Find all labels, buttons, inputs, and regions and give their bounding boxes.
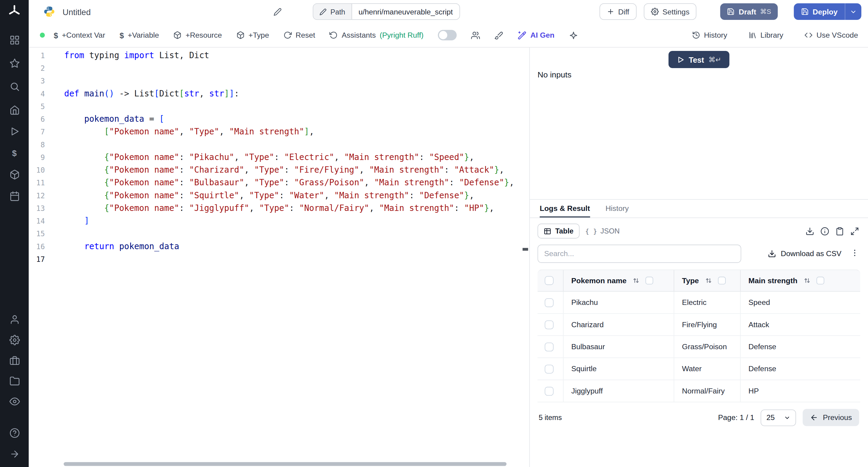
code-line[interactable]: ]	[64, 215, 514, 227]
windmill-logo-icon[interactable]	[8, 4, 21, 18]
code-line[interactable]	[64, 253, 514, 266]
draft-shortcut: ⌘S	[760, 8, 771, 15]
code-line[interactable]	[64, 138, 514, 151]
search-icon[interactable]	[9, 81, 20, 92]
tab-logs-result[interactable]: Logs & Result	[540, 200, 590, 218]
page-size-select[interactable]: 25	[761, 409, 797, 426]
code-line[interactable]: pokemon_data = [	[64, 113, 514, 126]
previous-page-button[interactable]: Previous	[803, 409, 859, 426]
copy-result-icon[interactable]	[835, 226, 844, 235]
collapse-sidebar-icon[interactable]	[9, 448, 20, 460]
sort-icon[interactable]	[803, 277, 811, 284]
favorites-icon[interactable]	[9, 58, 20, 69]
code-line[interactable]: {"Pokemon name": "Jigglypuff", "Type": "…	[64, 202, 514, 215]
audit-logs-icon[interactable]	[9, 396, 20, 407]
add-context-var-button[interactable]: $ +Context Var	[54, 31, 105, 39]
column-checkbox[interactable]	[718, 277, 725, 284]
multiplayer-icon[interactable]	[471, 31, 480, 39]
code-line[interactable]: {"Pokemon name": "Pikachu", "Type": "Ele…	[64, 151, 514, 164]
add-type-button[interactable]: +Type	[236, 31, 269, 39]
table-row[interactable]: CharizardFire/FlyingAttack	[537, 314, 860, 336]
table-row[interactable]: SquirtleWaterDefense	[537, 358, 860, 380]
settings-gear-icon[interactable]	[9, 334, 20, 345]
code-line[interactable]	[64, 227, 514, 240]
code-lines[interactable]: from typing import List, Dict def main()…	[51, 49, 514, 467]
code-line[interactable]: ["Pokemon name", "Type", "Main strength"…	[64, 126, 514, 138]
table-menu-button[interactable]	[850, 249, 859, 259]
deploy-button[interactable]: Deploy	[794, 3, 845, 20]
chevron-down-icon	[784, 414, 791, 421]
code-line[interactable]: from typing import List, Dict	[64, 49, 514, 62]
code-line[interactable]: {"Pokemon name": "Squirtle", "Type": "Wa…	[64, 189, 514, 202]
line-number: 3	[29, 75, 45, 87]
use-vscode-button[interactable]: Use VScode	[804, 31, 858, 39]
column-checkbox[interactable]	[645, 277, 653, 284]
sort-icon[interactable]	[632, 277, 640, 284]
deploy-dropdown-button[interactable]	[845, 3, 861, 20]
variables-icon[interactable]: $	[9, 147, 20, 158]
gear-icon	[651, 8, 658, 15]
ai-gen-button[interactable]: AI Gen	[518, 31, 555, 39]
account-icon[interactable]	[9, 314, 20, 325]
schedules-icon[interactable]	[9, 190, 20, 201]
table-row[interactable]: JigglypuffNormal/FairyHP	[537, 380, 860, 402]
history-button[interactable]: History	[692, 31, 727, 39]
status-dot	[40, 33, 45, 38]
settings-button[interactable]: Settings	[644, 3, 697, 20]
row-checkbox[interactable]	[545, 298, 553, 307]
code-line[interactable]	[64, 100, 514, 113]
runs-icon[interactable]	[9, 126, 20, 137]
reset-button[interactable]: Reset	[283, 31, 315, 39]
table-header: Pokemon name Type Main strength	[537, 269, 860, 291]
test-button[interactable]: Test ⌘↵	[668, 51, 730, 68]
code-line[interactable]	[64, 62, 514, 75]
resources-icon[interactable]	[9, 169, 20, 180]
add-resource-button[interactable]: +Resource	[173, 31, 222, 39]
code-line[interactable]: def main() -> List[Dict[str, str]]:	[64, 87, 514, 100]
workers-icon[interactable]	[9, 354, 20, 366]
assistants-toggle[interactable]	[438, 30, 457, 40]
format-brush-icon[interactable]	[494, 31, 503, 39]
library-button[interactable]: Library	[748, 31, 783, 39]
download-csv-button[interactable]: Download as CSV	[768, 249, 841, 258]
view-table-button[interactable]: Table	[537, 223, 580, 239]
code-line[interactable]	[64, 75, 514, 87]
home-icon[interactable]	[9, 104, 20, 115]
edit-title-pencil-icon[interactable]	[273, 7, 282, 16]
row-checkbox[interactable]	[545, 342, 553, 351]
rotate-ccw-icon	[330, 31, 338, 39]
deploy-button-group: Deploy	[794, 3, 861, 20]
apps-icon[interactable]	[9, 34, 20, 45]
table-row[interactable]: BulbasaurGrass/PoisonDefense	[537, 336, 860, 358]
table-row[interactable]: PikachuElectricSpeed	[537, 292, 860, 314]
view-json-button[interactable]: { } JSON	[580, 223, 625, 239]
draft-button[interactable]: Draft ⌘S	[720, 3, 778, 20]
path-chip[interactable]: Path u/henri/maneuverable_script	[313, 3, 460, 20]
add-variable-button[interactable]: $ +Variable	[120, 31, 159, 39]
line-number: 10	[29, 164, 45, 177]
code-line[interactable]: {"Pokemon name": "Charizard", "Type": "F…	[64, 164, 514, 177]
help-icon[interactable]	[9, 427, 20, 438]
info-icon[interactable]	[820, 226, 829, 235]
sort-icon[interactable]	[704, 277, 712, 284]
package-icon	[173, 31, 182, 39]
folders-icon[interactable]	[9, 375, 20, 386]
tab-history[interactable]: History	[606, 200, 629, 218]
select-all-checkbox[interactable]	[545, 276, 553, 285]
diff-button[interactable]: Diff	[599, 3, 637, 20]
column-checkbox[interactable]	[816, 277, 824, 284]
table-cell: Water	[674, 358, 740, 380]
code-line[interactable]: return pokemon_data	[64, 240, 514, 253]
run-panel: Test ⌘↵ No inputs	[530, 48, 868, 199]
code-editor[interactable]: 1234567891011121314151617 from typing im…	[29, 48, 530, 467]
row-checkbox[interactable]	[545, 386, 553, 395]
code-line[interactable]: {"Pokemon name": "Bulbasaur", "Type": "G…	[64, 177, 514, 189]
expand-icon[interactable]	[850, 226, 859, 235]
assistants-button[interactable]: Assistants (Pyright Ruff)	[330, 31, 424, 39]
row-checkbox[interactable]	[545, 320, 553, 329]
row-checkbox[interactable]	[545, 364, 553, 373]
download-result-icon[interactable]	[805, 226, 814, 235]
editor-horizontal-scrollbar[interactable]	[64, 462, 506, 466]
search-input[interactable]	[537, 245, 741, 263]
sparkles-icon[interactable]	[569, 31, 578, 39]
